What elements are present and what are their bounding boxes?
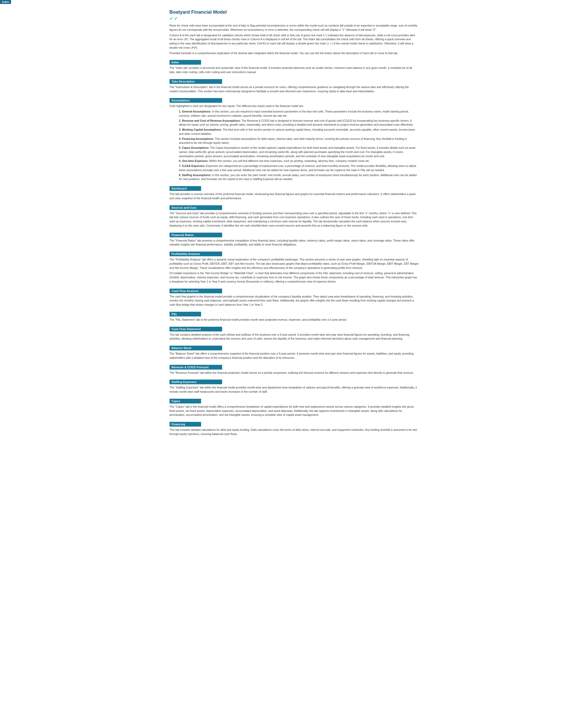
section-sources-uses-desc: The "Sources and Uses" tab provides a co…: [169, 211, 419, 228]
section-header-cash-flow-analysis[interactable]: Cash Flow Analysis: [169, 288, 222, 293]
intro-para3: Provided herewith is a comprehensive exp…: [169, 51, 419, 55]
section-balance-sheet-desc: The "Balance Sheet" tab offers a compreh…: [169, 352, 419, 360]
section-header-capex[interactable]: Capex: [169, 399, 201, 403]
section-header-sources-uses[interactable]: Sources and Uses: [169, 205, 222, 210]
section-header-index[interactable]: Index: [169, 60, 201, 65]
list-item: 8. Staffing Assumptions: In this section…: [179, 173, 419, 182]
section-dashboard-desc: This tab provides a concise overview of …: [169, 192, 419, 201]
section-capex-desc: The "Capex" tab in the financial model o…: [169, 405, 419, 417]
section-header-pl[interactable]: P&L: [169, 312, 201, 316]
section-cash-flow-analysis: Cash Flow Analysis The cash flow graphs …: [169, 285, 419, 307]
section-header-revenue-cogs[interactable]: Revenue & COGS Forecast: [169, 365, 222, 369]
list-item: 5. Capex Assumptions: The Capex Assumpti…: [179, 146, 419, 158]
section-financing-desc: This tab includes detailed calculations …: [169, 428, 419, 436]
list-item: 4. Financing Assumptions: This section i…: [179, 137, 419, 145]
section-staffing-expenses: Staffing Expenses The "Staffing Expenses…: [169, 377, 419, 394]
section-assumptions: Assumptions Cells highlighted in blue ar…: [169, 95, 419, 181]
section-header-balance-sheet[interactable]: Balance Sheet: [169, 346, 222, 350]
section-dashboard: Dashboard This tab provides a concise ov…: [169, 183, 419, 201]
section-financial-ratios-desc: The "Financial Ratios" tab presents a co…: [169, 239, 419, 247]
section-header-staffing-expenses[interactable]: Staffing Expenses: [169, 380, 222, 384]
section-header-cash-flow-statement[interactable]: Cash Flow Statement: [169, 327, 222, 331]
list-item: 6. One-time Expenses: Within this sectio…: [179, 159, 419, 163]
section-header-assumptions[interactable]: Assumptions: [169, 98, 222, 103]
section-profitability-analysis: Profitability Analysis The "Profitabilit…: [169, 248, 419, 284]
section-profitability-analysis-desc2: Of notable importance is the "Net Income…: [169, 271, 419, 284]
section-index-desc: The "Index tab" provides a structured an…: [169, 66, 419, 74]
section-pl: P&L The "P&L Statement" tab in the profo…: [169, 309, 419, 322]
page-title: Boatyard Financial Model: [169, 9, 419, 15]
intro-para2: Column A of the each tab is designated f…: [169, 33, 419, 50]
section-tabs-description-desc: The "Instructions & Description" tab in …: [169, 85, 419, 93]
checkmarks: ✓ ✓: [169, 16, 419, 21]
list-item: 7. S,G&A Expenses: Expenses are categori…: [179, 164, 419, 172]
section-staffing-expenses-desc: The "Staffing Expenses" tab within the f…: [169, 386, 419, 394]
section-cash-flow-statement: Cash Flow Statement This tab contains de…: [169, 323, 419, 341]
list-item: 2. Revenue and Cost of Revenue Assumptio…: [179, 119, 419, 127]
section-revenue-cogs: Revenue & COGS Forecast The "Revenue For…: [169, 362, 419, 375]
section-revenue-cogs-desc: The "Revenue Forecast" tab within the fi…: [169, 371, 419, 375]
section-index: Index The "Index tab" provides a structu…: [169, 57, 419, 74]
list-item: 1. General Assumptions: In this section,…: [179, 110, 419, 118]
section-header-dashboard[interactable]: Dashboard: [169, 186, 201, 191]
section-profitability-analysis-desc1: The "Profitability Analysis" tab offers …: [169, 258, 419, 270]
section-sources-uses: Sources and Uses The "Sources and Uses" …: [169, 202, 419, 228]
index-tab-label: Index: [0, 0, 11, 4]
list-item: 3. Working Capital Assumptions: The blue…: [179, 128, 419, 136]
section-capex: Capex The "Capex" tab in the financial m…: [169, 396, 419, 417]
intro-para1: Rows for check cells have been incorpora…: [169, 24, 419, 32]
section-header-financing[interactable]: Financing: [169, 422, 201, 427]
section-financing: Financing This tab includes detailed cal…: [169, 419, 419, 436]
section-cash-flow-analysis-desc: The cash flow graphs in the financial mo…: [169, 295, 419, 307]
section-balance-sheet: Balance Sheet The "Balance Sheet" tab of…: [169, 343, 419, 360]
assumptions-intro: Cells highlighted in blue are designated…: [169, 104, 419, 108]
section-cash-flow-statement-desc: This tab contains detailed analysis of t…: [169, 333, 419, 341]
section-financial-ratios: Financial Ratios The "Financial Ratios" …: [169, 230, 419, 247]
section-pl-desc: The "P&L Statement" tab in the proforma …: [169, 318, 419, 322]
assumptions-list: 1. General Assumptions: In this section,…: [175, 110, 419, 181]
section-header-tabs-description[interactable]: Tabs Description: [169, 79, 222, 84]
section-tabs-description: Tabs Description The "Instructions & Des…: [169, 76, 419, 93]
section-header-financial-ratios[interactable]: Financial Ratios: [169, 233, 222, 237]
section-header-profitability-analysis[interactable]: Profitability Analysis: [169, 251, 222, 256]
